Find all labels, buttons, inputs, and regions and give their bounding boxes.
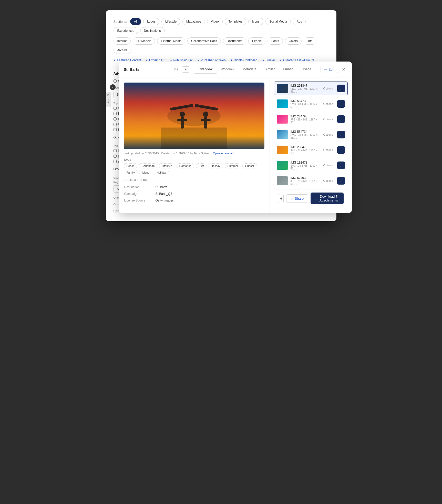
- section-btn-external-media[interactable]: External Media: [157, 37, 185, 45]
- attachment-name-0: IMG 293847: [291, 84, 321, 87]
- ft-checkbox-svg[interactable]: [114, 160, 117, 163]
- tag-8[interactable]: Family: [124, 170, 138, 175]
- modal-tab-metadata[interactable]: Metadata: [238, 65, 260, 74]
- download-icon: ↓: [315, 197, 317, 200]
- ft-checkbox-jpg[interactable]: [114, 149, 117, 152]
- attachment-name-5: IMG 192478: [291, 161, 321, 164]
- cf-key-campaign: Campaign: [124, 191, 155, 197]
- tag-7[interactable]: Sunset: [242, 163, 257, 168]
- tag-0[interactable]: Beach: [124, 163, 137, 168]
- collapse-arrow[interactable]: »: [110, 84, 116, 90]
- modal-edit-button[interactable]: ✏ Edit: [321, 66, 338, 73]
- modal-tab-similar[interactable]: Similar: [261, 65, 279, 74]
- section-btn-colors[interactable]: Colors: [285, 37, 302, 45]
- tag-5[interactable]: Holiday: [208, 163, 223, 168]
- section-btn-experiences[interactable]: Experiences: [114, 27, 138, 34]
- section-btn-social-media[interactable]: Social Media: [265, 18, 291, 25]
- attachments-list: IMG 293847 PNG · 28.4 MB · 1297 × 531...…: [274, 82, 348, 188]
- section-btn-interior[interactable]: Interior: [114, 37, 131, 45]
- attachment-info-2: IMG 284798 JPG · 28.4 MB · 1297 × 531...: [291, 115, 321, 124]
- labels-sidebar-tab[interactable]: LABELS: [106, 92, 111, 107]
- attachment-meta-1: SVG · 28.4 MB · 1297 × 531...: [291, 103, 321, 108]
- footer-share-button[interactable]: ↗ Share: [286, 194, 308, 203]
- attachment-item-5: IMG 192478 SVG · 28.4 MB · 1297 × 531...…: [274, 158, 348, 172]
- footer-download-button[interactable]: ↓ Download 7 Attachments: [311, 193, 343, 204]
- ft-checkbox-pdf[interactable]: [114, 155, 117, 158]
- modal-tab-workflow[interactable]: Workflow: [217, 65, 238, 74]
- attachment-item-6: IMG 674638 JPG · 28.4 MB · 1297 × 531...…: [274, 174, 348, 188]
- attachment-thumb-6: [277, 176, 288, 185]
- tag-checkbox-banff[interactable]: [114, 112, 117, 115]
- modal-tags-section: TAGS Beach Caribbean Lifestyle Romance S…: [124, 158, 264, 175]
- tag-checkbox-florence[interactable]: [114, 117, 117, 120]
- section-btn-fonts[interactable]: Fonts: [268, 37, 283, 45]
- cf-row-campaign: Campaign St.Barts_Q3: [124, 191, 264, 197]
- attachment-options-0[interactable]: Options: [323, 87, 333, 90]
- section-btn-people[interactable]: People: [248, 37, 265, 45]
- tag-checkbox-beach[interactable]: [114, 107, 117, 110]
- cf-row-license: License Source Getty Images: [124, 197, 264, 204]
- search-exact-checkbox[interactable]: [114, 79, 117, 83]
- modal-tab-embed[interactable]: Embed: [279, 65, 297, 74]
- modal-tab-overview[interactable]: Overview: [194, 65, 217, 74]
- section-btn-ads[interactable]: Ads: [293, 18, 306, 25]
- labels-tab-text: LABELS: [106, 92, 111, 107]
- section-btn-destinations[interactable]: Destinations: [140, 27, 165, 34]
- attachment-info-5: IMG 192478 SVG · 28.4 MB · 1297 × 531...: [291, 161, 321, 170]
- attachment-meta-3: SVG · 28.4 MB · 1297 × 531...: [291, 134, 321, 139]
- attachment-info-4: IMG 283478 JPG · 28.4 MB · 1297 × 531...: [291, 145, 321, 155]
- section-btn-3d-models[interactable]: 3D Models: [133, 37, 155, 45]
- section-btn-icons[interactable]: Icons: [248, 18, 263, 25]
- modal-add-button[interactable]: +: [182, 66, 189, 73]
- sections-label: Sections:: [114, 20, 127, 24]
- attachment-download-5[interactable]: ↓: [337, 162, 345, 169]
- attachment-meta-0: PNG · 28.4 MB · 1297 × 531...: [291, 87, 321, 93]
- tag-4[interactable]: Surf: [196, 163, 207, 168]
- cf-val-destination: St. Barts: [156, 184, 264, 190]
- tag-10[interactable]: Holiday: [154, 170, 169, 175]
- attachment-options-4[interactable]: Options: [323, 148, 333, 152]
- attachment-thumb-5: [277, 161, 288, 170]
- attachment-options-2[interactable]: Options: [323, 118, 333, 121]
- attachment-download-0[interactable]: ↓: [337, 85, 345, 92]
- tag-3[interactable]: Romance: [177, 163, 194, 168]
- attachment-download-6[interactable]: ↓: [337, 177, 345, 185]
- footer-print-button[interactable]: 🖨: [278, 194, 284, 203]
- attachment-meta-6: JPG · 28.4 MB · 1297 × 531...: [291, 180, 321, 185]
- section-btn-lifestyle[interactable]: Lifestyle: [161, 18, 180, 25]
- tag-2[interactable]: Lifestyle: [159, 163, 175, 168]
- section-btn-logos[interactable]: Logos: [143, 18, 159, 25]
- tag-checkbox-italy[interactable]: [114, 128, 117, 131]
- tag-checkbox-banff-content[interactable]: [114, 123, 117, 126]
- section-btn-collab-docs[interactable]: Collaborative Docs: [187, 37, 221, 45]
- tag-9[interactable]: Island: [139, 170, 152, 175]
- attachment-options-5[interactable]: Options: [323, 164, 333, 167]
- attachment-download-4[interactable]: ↓: [337, 146, 345, 154]
- section-btn-templates[interactable]: Templates: [225, 18, 246, 25]
- modal-tab-usage[interactable]: Usage: [298, 65, 316, 74]
- attachment-download-2[interactable]: ↓: [337, 115, 345, 123]
- asset-detail-modal: St. Barts # 7 + Overview Workflow Metada…: [119, 62, 352, 213]
- attachment-item-2: IMG 284798 JPG · 28.4 MB · 1297 × 531...…: [274, 112, 348, 126]
- section-btn-magazines[interactable]: Magazines: [182, 18, 205, 25]
- section-btn-documents[interactable]: Documents: [223, 37, 246, 45]
- tag-6[interactable]: Summer: [225, 163, 241, 168]
- section-btn-archive[interactable]: Archive: [114, 47, 131, 54]
- attachment-download-1[interactable]: ↓: [337, 100, 345, 108]
- attachment-options-3[interactable]: Options: [323, 133, 333, 136]
- attachment-thumb-2: [277, 115, 288, 124]
- attachment-name-4: IMG 283478: [291, 145, 321, 149]
- open-new-tab-link[interactable]: Open in new tab: [213, 152, 233, 155]
- attachment-info-3: IMG 584734 SVG · 28.4 MB · 1297 × 531...: [291, 130, 321, 139]
- section-btn-info[interactable]: Info: [304, 37, 316, 45]
- section-btn-all[interactable]: All: [130, 18, 141, 25]
- modal-left-panel: Last updated on 01/10/2019 · Created on …: [119, 77, 270, 213]
- attachment-name-3: IMG 584734: [291, 130, 321, 134]
- attachment-download-3[interactable]: ↓: [337, 131, 345, 138]
- attachment-options-1[interactable]: Options: [323, 102, 333, 105]
- meta-updated: Last updated on 01/10/2019 · Created on …: [124, 152, 210, 155]
- tag-1[interactable]: Caribbean: [139, 163, 158, 168]
- attachment-options-6[interactable]: Options: [323, 179, 333, 182]
- modal-close-button[interactable]: ✕: [341, 67, 347, 72]
- section-btn-video[interactable]: Video: [207, 18, 222, 25]
